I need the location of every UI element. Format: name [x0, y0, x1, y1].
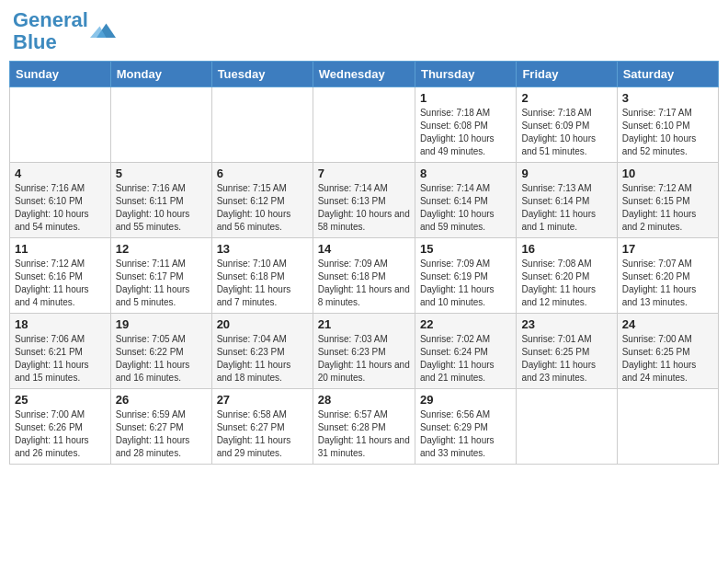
calendar-day-cell — [110, 87, 211, 163]
day-number: 19 — [116, 317, 207, 331]
day-number: 20 — [217, 317, 308, 331]
calendar-day-cell — [517, 389, 617, 465]
day-info: Sunrise: 6:57 AM Sunset: 6:28 PM Dayligh… — [318, 408, 410, 460]
calendar-week-row: 25Sunrise: 7:00 AM Sunset: 6:26 PM Dayli… — [10, 389, 719, 465]
day-number: 23 — [521, 317, 611, 331]
day-info: Sunrise: 6:59 AM Sunset: 6:27 PM Dayligh… — [116, 408, 207, 460]
calendar-day-cell: 29Sunrise: 6:56 AM Sunset: 6:29 PM Dayli… — [415, 389, 516, 465]
calendar-day-cell: 5Sunrise: 7:16 AM Sunset: 6:11 PM Daylig… — [110, 163, 211, 238]
calendar-day-cell: 12Sunrise: 7:11 AM Sunset: 6:17 PM Dayli… — [110, 238, 211, 314]
day-number: 24 — [622, 317, 713, 331]
day-info: Sunrise: 7:16 AM Sunset: 6:11 PM Dayligh… — [116, 182, 207, 234]
day-info: Sunrise: 6:56 AM Sunset: 6:29 PM Dayligh… — [420, 408, 511, 460]
calendar-day-cell: 24Sunrise: 7:00 AM Sunset: 6:25 PM Dayli… — [617, 314, 718, 389]
calendar-day-cell — [10, 87, 111, 163]
day-of-week-header: Thursday — [415, 62, 516, 87]
day-info: Sunrise: 7:16 AM Sunset: 6:10 PM Dayligh… — [15, 182, 106, 234]
day-of-week-header: Wednesday — [313, 62, 415, 87]
calendar-day-cell: 27Sunrise: 6:58 AM Sunset: 6:27 PM Dayli… — [211, 389, 313, 465]
logo-text: General Blue — [13, 9, 88, 53]
calendar-day-cell: 14Sunrise: 7:09 AM Sunset: 6:18 PM Dayli… — [313, 238, 415, 314]
day-number: 16 — [521, 242, 611, 256]
day-info: Sunrise: 7:00 AM Sunset: 6:26 PM Dayligh… — [15, 408, 106, 460]
day-of-week-header: Saturday — [617, 62, 718, 87]
day-number: 27 — [217, 393, 308, 407]
calendar-day-cell — [211, 87, 313, 163]
day-number: 4 — [15, 167, 106, 180]
day-info: Sunrise: 7:14 AM Sunset: 6:14 PM Dayligh… — [420, 182, 511, 234]
calendar-day-cell: 1Sunrise: 7:18 AM Sunset: 6:08 PM Daylig… — [415, 87, 516, 163]
day-info: Sunrise: 7:14 AM Sunset: 6:13 PM Dayligh… — [318, 182, 410, 234]
day-number: 14 — [318, 242, 410, 256]
day-info: Sunrise: 7:01 AM Sunset: 6:25 PM Dayligh… — [521, 333, 611, 385]
day-number: 6 — [217, 167, 308, 180]
calendar-day-cell: 21Sunrise: 7:03 AM Sunset: 6:23 PM Dayli… — [313, 314, 415, 389]
day-number: 18 — [15, 317, 106, 331]
day-number: 15 — [420, 242, 511, 256]
day-number: 11 — [15, 242, 106, 256]
calendar-day-cell: 4Sunrise: 7:16 AM Sunset: 6:10 PM Daylig… — [10, 163, 111, 238]
day-number: 1 — [420, 91, 511, 105]
day-info: Sunrise: 7:17 AM Sunset: 6:10 PM Dayligh… — [622, 107, 713, 158]
calendar-day-cell: 7Sunrise: 7:14 AM Sunset: 6:13 PM Daylig… — [313, 163, 415, 238]
day-info: Sunrise: 7:13 AM Sunset: 6:14 PM Dayligh… — [521, 182, 611, 234]
calendar-day-cell: 6Sunrise: 7:15 AM Sunset: 6:12 PM Daylig… — [211, 163, 313, 238]
day-of-week-header: Friday — [517, 62, 617, 87]
day-number: 10 — [622, 167, 713, 180]
day-number: 8 — [420, 167, 511, 180]
calendar-table: SundayMondayTuesdayWednesdayThursdayFrid… — [9, 61, 719, 465]
calendar-day-cell: 18Sunrise: 7:06 AM Sunset: 6:21 PM Dayli… — [10, 314, 111, 389]
day-info: Sunrise: 7:15 AM Sunset: 6:12 PM Dayligh… — [217, 182, 308, 234]
day-number: 7 — [318, 167, 410, 180]
day-of-week-header: Monday — [110, 62, 211, 87]
day-number: 3 — [622, 91, 713, 105]
day-info: Sunrise: 7:03 AM Sunset: 6:23 PM Dayligh… — [318, 333, 410, 385]
day-info: Sunrise: 7:11 AM Sunset: 6:17 PM Dayligh… — [116, 258, 207, 309]
day-number: 9 — [521, 167, 611, 180]
day-number: 17 — [622, 242, 713, 256]
day-number: 26 — [116, 393, 207, 407]
calendar-day-cell: 10Sunrise: 7:12 AM Sunset: 6:15 PM Dayli… — [617, 163, 718, 238]
calendar-day-cell — [313, 87, 415, 163]
calendar-day-cell: 23Sunrise: 7:01 AM Sunset: 6:25 PM Dayli… — [517, 314, 617, 389]
calendar-day-cell: 26Sunrise: 6:59 AM Sunset: 6:27 PM Dayli… — [110, 389, 211, 465]
calendar-day-cell: 3Sunrise: 7:17 AM Sunset: 6:10 PM Daylig… — [617, 87, 718, 163]
calendar-day-cell: 2Sunrise: 7:18 AM Sunset: 6:09 PM Daylig… — [517, 87, 617, 163]
calendar-day-cell: 19Sunrise: 7:05 AM Sunset: 6:22 PM Dayli… — [110, 314, 211, 389]
day-number: 13 — [217, 242, 308, 256]
day-info: Sunrise: 7:18 AM Sunset: 6:08 PM Dayligh… — [420, 107, 511, 158]
calendar-day-cell: 15Sunrise: 7:09 AM Sunset: 6:19 PM Dayli… — [415, 238, 516, 314]
day-number: 29 — [420, 393, 511, 407]
logo: General Blue — [13, 9, 116, 53]
day-number: 21 — [318, 317, 410, 331]
day-info: Sunrise: 7:08 AM Sunset: 6:20 PM Dayligh… — [521, 258, 611, 309]
calendar-week-row: 18Sunrise: 7:06 AM Sunset: 6:21 PM Dayli… — [10, 314, 719, 389]
day-of-week-header: Tuesday — [211, 62, 313, 87]
calendar-header-row: SundayMondayTuesdayWednesdayThursdayFrid… — [10, 62, 719, 87]
calendar-day-cell: 17Sunrise: 7:07 AM Sunset: 6:20 PM Dayli… — [617, 238, 718, 314]
day-info: Sunrise: 7:07 AM Sunset: 6:20 PM Dayligh… — [622, 258, 713, 309]
calendar-day-cell: 20Sunrise: 7:04 AM Sunset: 6:23 PM Dayli… — [211, 314, 313, 389]
day-info: Sunrise: 6:58 AM Sunset: 6:27 PM Dayligh… — [217, 408, 308, 460]
logo-icon — [90, 18, 116, 44]
day-info: Sunrise: 7:09 AM Sunset: 6:18 PM Dayligh… — [318, 258, 410, 309]
calendar-week-row: 11Sunrise: 7:12 AM Sunset: 6:16 PM Dayli… — [10, 238, 719, 314]
calendar-day-cell: 8Sunrise: 7:14 AM Sunset: 6:14 PM Daylig… — [415, 163, 516, 238]
day-number: 12 — [116, 242, 207, 256]
calendar-day-cell: 13Sunrise: 7:10 AM Sunset: 6:18 PM Dayli… — [211, 238, 313, 314]
calendar-day-cell — [617, 389, 718, 465]
day-info: Sunrise: 7:04 AM Sunset: 6:23 PM Dayligh… — [217, 333, 308, 385]
day-number: 22 — [420, 317, 511, 331]
day-info: Sunrise: 7:05 AM Sunset: 6:22 PM Dayligh… — [116, 333, 207, 385]
day-info: Sunrise: 7:00 AM Sunset: 6:25 PM Dayligh… — [622, 333, 713, 385]
day-info: Sunrise: 7:02 AM Sunset: 6:24 PM Dayligh… — [420, 333, 511, 385]
calendar-day-cell: 9Sunrise: 7:13 AM Sunset: 6:14 PM Daylig… — [517, 163, 617, 238]
day-info: Sunrise: 7:12 AM Sunset: 6:16 PM Dayligh… — [15, 258, 106, 309]
calendar-day-cell: 22Sunrise: 7:02 AM Sunset: 6:24 PM Dayli… — [415, 314, 516, 389]
calendar-week-row: 1Sunrise: 7:18 AM Sunset: 6:08 PM Daylig… — [10, 87, 719, 163]
day-number: 2 — [521, 91, 611, 105]
page-header: General Blue — [9, 9, 719, 53]
day-info: Sunrise: 7:09 AM Sunset: 6:19 PM Dayligh… — [420, 258, 511, 309]
calendar-day-cell: 16Sunrise: 7:08 AM Sunset: 6:20 PM Dayli… — [517, 238, 617, 314]
calendar-day-cell: 25Sunrise: 7:00 AM Sunset: 6:26 PM Dayli… — [10, 389, 111, 465]
